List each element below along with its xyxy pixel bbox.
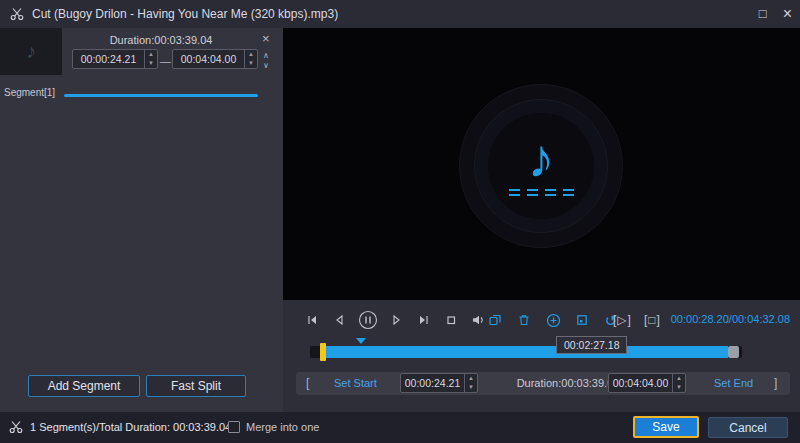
skip-to-start-icon[interactable] bbox=[303, 311, 321, 329]
timeline-end-handle[interactable] bbox=[728, 346, 739, 358]
scissors-icon bbox=[9, 420, 23, 434]
audio-preview-area: ♪ bbox=[283, 28, 800, 300]
spinner-arrows[interactable]: ▲ ▼ bbox=[144, 50, 157, 68]
segment-end-time-value: 00:04:04.00 bbox=[173, 50, 244, 68]
segment-thumbnail[interactable]: ♪ bbox=[0, 28, 62, 75]
segment-edit-controls: ↺ bbox=[486, 309, 620, 331]
fast-split-label: Fast Split bbox=[171, 379, 221, 393]
spinner-arrows[interactable]: ▲ ▼ bbox=[244, 50, 257, 68]
add-segment-button[interactable]: Add Segment bbox=[28, 375, 140, 397]
maximize-button-icon[interactable]: □ bbox=[759, 0, 767, 28]
spin-up-icon[interactable]: ▲ bbox=[245, 50, 257, 59]
start-bracket: [ bbox=[306, 376, 309, 390]
step-back-icon[interactable] bbox=[330, 311, 348, 329]
cancel-button-label: Cancel bbox=[729, 421, 766, 435]
segment-move-up-icon[interactable]: ∧ bbox=[263, 52, 269, 60]
music-note-icon: ♪ bbox=[26, 40, 36, 63]
spin-up-icon[interactable]: ▲ bbox=[673, 374, 685, 383]
segment-panel: ♪ Duration:00:03:39.04 × 00:00:24.21 ▲ ▼… bbox=[0, 28, 283, 412]
scissors-icon bbox=[10, 7, 24, 21]
close-button-icon[interactable]: × bbox=[783, 0, 792, 28]
save-button[interactable]: Save bbox=[633, 416, 699, 438]
step-forward-icon[interactable] bbox=[388, 311, 406, 329]
save-button-label: Save bbox=[652, 420, 679, 434]
cancel-button[interactable]: Cancel bbox=[708, 417, 788, 438]
playhead-marker[interactable] bbox=[356, 338, 366, 344]
segment-move-down-icon[interactable]: ∨ bbox=[263, 62, 269, 70]
total-duration-summary: 1 Segment(s)/Total Duration: 00:03:39.04 bbox=[30, 421, 231, 433]
transport-controls bbox=[303, 309, 487, 331]
add-segment-label: Add Segment bbox=[48, 379, 121, 393]
delete-segment-icon[interactable] bbox=[515, 311, 533, 329]
spinner-arrows[interactable]: ▲ ▼ bbox=[464, 374, 477, 392]
trim-start-time-spinner[interactable]: 00:00:24.21 ▲ ▼ bbox=[400, 373, 478, 393]
equalizer-dashes bbox=[509, 189, 574, 196]
preview-mode-controls: [▷] [□] bbox=[613, 309, 661, 331]
music-note-icon: ♪ bbox=[528, 131, 555, 185]
segment-item-label: Segment[1] bbox=[4, 87, 55, 98]
timeline-selected-range[interactable] bbox=[324, 346, 728, 358]
set-end-button[interactable]: Set End bbox=[714, 377, 753, 389]
play-segment-icon[interactable]: [▷] bbox=[613, 313, 632, 327]
cut-dialog-window: Cut (Bugoy Drilon - Having You Near Me (… bbox=[0, 0, 800, 443]
timeline-start-handle[interactable] bbox=[320, 343, 326, 361]
playback-time-display: 00:00:28.20/00:04:32.08 bbox=[671, 313, 790, 325]
segment-end-time-spinner[interactable]: 00:04:04.00 ▲ ▼ bbox=[172, 49, 258, 69]
spin-down-icon[interactable]: ▼ bbox=[673, 383, 685, 392]
crop-icon[interactable] bbox=[573, 311, 591, 329]
segment-range-bar[interactable] bbox=[64, 94, 258, 97]
title-bar: Cut (Bugoy Drilon - Having You Near Me (… bbox=[0, 0, 800, 28]
end-bracket: ] bbox=[774, 376, 777, 390]
spinner-arrows[interactable]: ▲ ▼ bbox=[672, 374, 685, 392]
spin-up-icon[interactable]: ▲ bbox=[145, 50, 157, 59]
pause-button-icon[interactable] bbox=[357, 309, 379, 331]
trim-end-time-spinner[interactable]: 00:04:04.00 ▲ ▼ bbox=[608, 373, 686, 393]
disc-outer-ring: ♪ bbox=[459, 84, 623, 248]
volume-icon[interactable] bbox=[469, 311, 487, 329]
segment-start-time-spinner[interactable]: 00:00:24.21 ▲ ▼ bbox=[72, 49, 158, 69]
segment-remove-icon[interactable]: × bbox=[262, 31, 270, 46]
segment-start-time-value: 00:00:24.21 bbox=[73, 50, 144, 68]
merge-into-one-checkbox[interactable] bbox=[228, 421, 240, 433]
timeline-tooltip: 00:02:27.18 bbox=[556, 336, 627, 354]
skip-to-end-icon[interactable] bbox=[415, 311, 433, 329]
segment-duration-label: Duration:00:03:39.04 bbox=[66, 34, 256, 46]
spin-down-icon[interactable]: ▼ bbox=[145, 59, 157, 68]
split-segment-icon[interactable] bbox=[486, 311, 504, 329]
disc-center: ♪ bbox=[488, 113, 594, 219]
spin-down-icon[interactable]: ▼ bbox=[245, 59, 257, 68]
trim-bar: [ Set Start 00:00:24.21 ▲ ▼ Duration:00:… bbox=[296, 372, 790, 395]
add-segment-icon[interactable] bbox=[544, 311, 562, 329]
merge-into-one-label: Merge into one bbox=[246, 421, 319, 433]
trim-start-time-value: 00:00:24.21 bbox=[401, 374, 464, 392]
spin-up-icon[interactable]: ▲ bbox=[465, 374, 477, 383]
range-separator: — bbox=[160, 55, 171, 67]
timeline-track[interactable] bbox=[310, 346, 742, 358]
window-title: Cut (Bugoy Drilon - Having You Near Me (… bbox=[32, 7, 338, 21]
disc-middle-ring: ♪ bbox=[474, 99, 608, 233]
set-start-button[interactable]: Set Start bbox=[334, 377, 377, 389]
stop-icon[interactable] bbox=[442, 311, 460, 329]
fast-split-button[interactable]: Fast Split bbox=[146, 375, 246, 397]
spin-down-icon[interactable]: ▼ bbox=[465, 383, 477, 392]
trim-end-time-value: 00:04:04.00 bbox=[609, 374, 672, 392]
stop-segment-icon[interactable]: [□] bbox=[644, 313, 661, 327]
